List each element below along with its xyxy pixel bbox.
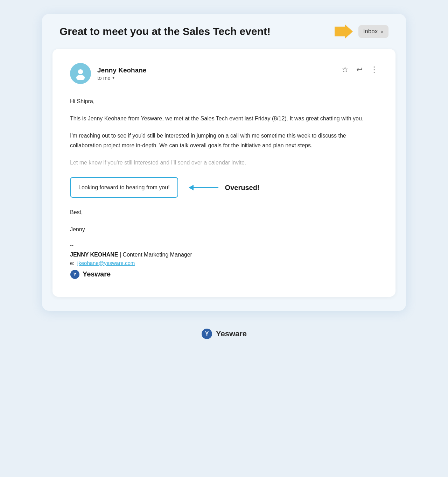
highlight-row: Looking forward to hearing from you! Ove… — [70, 177, 378, 198]
avatar-icon — [74, 67, 87, 80]
more-options-icon[interactable]: ⋮ — [370, 65, 378, 74]
overused-label: Overused! — [225, 182, 260, 194]
sig-email-label: e: — [70, 260, 75, 266]
svg-marker-0 — [335, 24, 353, 38]
inbox-badge[interactable]: Inbox × — [358, 25, 388, 38]
email-card: Jenny Keohane to me ▾ ☆ ↩ ⋮ Hi Shipra, T… — [52, 49, 396, 297]
paragraph3: Let me know if you're still interested a… — [70, 158, 378, 167]
inbox-label: Inbox — [363, 28, 378, 35]
paragraph1: This is Jenny Keohane from Yesware, we m… — [70, 114, 378, 123]
sender-row: Jenny Keohane to me ▾ ☆ ↩ ⋮ — [70, 63, 378, 84]
email-body: Hi Shipra, This is Jenny Keohane from Ye… — [70, 97, 378, 234]
footer-company-name: Yesware — [216, 329, 247, 338]
annotation: Overused! — [189, 182, 260, 194]
closing2: Jenny — [70, 225, 378, 234]
header-actions: Inbox × — [335, 24, 388, 38]
reply-icon[interactable]: ↩ — [356, 65, 363, 74]
highlighted-phrase: Looking forward to hearing from you! — [70, 177, 178, 198]
email-signature: -- JENNY KEOHANE | Content Marketing Man… — [70, 242, 378, 279]
page-footer: Y Yesware — [201, 328, 247, 339]
email-container: Great to meet you at the Sales Tech even… — [42, 14, 406, 311]
paragraph2: I'm reaching out to see if you'd still b… — [70, 131, 378, 150]
sender-name: Jenny Keohane — [97, 66, 146, 74]
sig-divider: -- — [70, 242, 378, 248]
svg-text:Y: Y — [205, 331, 209, 337]
sig-name-title: JENNY KEOHANE | Content Marketing Manage… — [70, 252, 378, 258]
sig-email-line: e: jkeohane@yesware.com — [70, 260, 378, 266]
closing1: Best, — [70, 208, 378, 217]
sender-details: Jenny Keohane to me ▾ — [97, 66, 146, 81]
chevron-down-icon[interactable]: ▾ — [112, 75, 114, 80]
sig-title: Content Marketing Manager — [123, 252, 192, 258]
close-inbox-button[interactable]: × — [380, 29, 384, 35]
yesware-logo-icon: Y — [70, 269, 80, 279]
sender-to: to me ▾ — [97, 75, 146, 81]
svg-point-2 — [76, 75, 85, 80]
footer-yesware-logo-icon: Y — [201, 328, 212, 339]
svg-marker-4 — [189, 185, 194, 190]
sig-company-name: Yesware — [83, 270, 111, 278]
sender-info-block: Jenny Keohane to me ▾ — [70, 63, 146, 84]
email-header: Great to meet you at the Sales Tech even… — [42, 14, 406, 49]
greeting: Hi Shipra, — [70, 97, 378, 106]
sig-email-link[interactable]: jkeohane@yesware.com — [77, 260, 135, 266]
sig-name: JENNY KEOHANE — [70, 252, 118, 258]
forward-arrow-icon — [335, 24, 353, 38]
avatar — [70, 63, 91, 84]
annotation-arrow-icon — [189, 183, 220, 192]
star-icon[interactable]: ☆ — [342, 65, 349, 74]
email-action-icons: ☆ ↩ ⋮ — [342, 63, 378, 74]
sig-logo: Y Yesware — [70, 269, 378, 279]
email-subject: Great to meet you at the Sales Tech even… — [59, 26, 335, 37]
svg-text:Y: Y — [73, 272, 77, 277]
sig-separator: | — [120, 252, 123, 258]
svg-point-1 — [78, 69, 83, 74]
